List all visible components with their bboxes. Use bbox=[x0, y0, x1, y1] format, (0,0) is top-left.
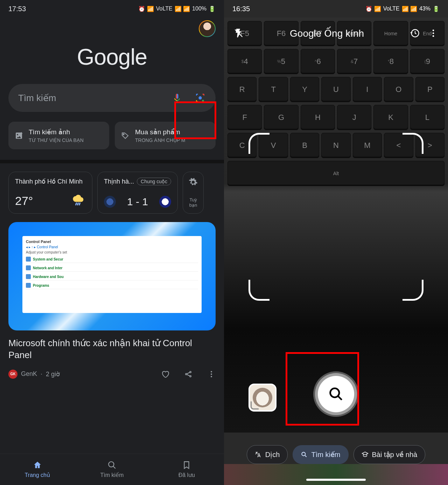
nav-home[interactable]: Trang chủ bbox=[0, 454, 75, 485]
svg-point-14 bbox=[302, 452, 306, 456]
share-icon[interactable] bbox=[184, 370, 192, 378]
keyboard-key: P bbox=[415, 77, 444, 102]
like-icon[interactable] bbox=[161, 370, 169, 378]
keyboard-key: *8 bbox=[373, 49, 408, 74]
chip-shopping[interactable]: Mua sản phẩm TRONG ẢNH CHỤP M bbox=[115, 122, 216, 149]
keyboard-key: $4 bbox=[227, 49, 262, 74]
lens-mode-selector: Dịch Tìm kiếm Bài tập về nhà bbox=[224, 445, 448, 464]
more-icon[interactable] bbox=[207, 370, 216, 378]
google-lens-icon[interactable] bbox=[195, 92, 206, 104]
article-age: 2 giờ bbox=[46, 370, 60, 378]
image-add-icon bbox=[15, 131, 23, 140]
status-time: 17:53 bbox=[8, 5, 26, 13]
translate-icon bbox=[255, 451, 262, 458]
svg-point-10 bbox=[433, 30, 434, 31]
article-title: Microsoft chính thức xác nhận khai tử Co… bbox=[8, 337, 216, 361]
customize-card[interactable]: Tuỳ bạn bbox=[183, 172, 204, 214]
article-source: GenK bbox=[21, 370, 37, 378]
gear-icon bbox=[189, 178, 198, 187]
keyboard-key: R bbox=[227, 77, 257, 102]
team-badge-icon bbox=[159, 196, 171, 208]
gesture-bar[interactable] bbox=[306, 479, 366, 481]
history-icon[interactable] bbox=[410, 28, 420, 38]
keyboard-key: I bbox=[353, 77, 382, 102]
svg-point-1 bbox=[202, 100, 204, 101]
keyboard-key: F bbox=[227, 105, 262, 130]
keyboard-key: (9 bbox=[410, 49, 444, 74]
search-icon bbox=[301, 451, 308, 458]
svg-point-0 bbox=[198, 96, 202, 99]
nav-search[interactable]: Tìm kiếm bbox=[75, 454, 149, 485]
keyboard-key: J bbox=[337, 105, 371, 130]
home-icon bbox=[33, 461, 42, 470]
status-icons: ⏰ 📶 VoLTE 📶 📶 100%🔋 bbox=[138, 6, 216, 12]
mode-search[interactable]: Tìm kiếm bbox=[293, 445, 348, 464]
status-time: 16:35 bbox=[232, 5, 250, 13]
chip-image-search[interactable]: Tìm kiếm ảnh TỪ THƯ VIỆN CỦA BẠN bbox=[8, 122, 109, 149]
team-badge-icon bbox=[104, 196, 116, 208]
keyboard-key: K bbox=[373, 105, 408, 130]
nav-saved[interactable]: Đã lưu bbox=[149, 454, 224, 485]
google-lens-panel: 16:35 ⏰ 📶 VoLTE 📶 📶 43%🔋 F5F6F7PrtScnHom… bbox=[224, 0, 448, 485]
svg-point-5 bbox=[190, 376, 191, 377]
homework-icon bbox=[362, 451, 369, 458]
svg-point-3 bbox=[186, 373, 187, 375]
google-logo: Google bbox=[0, 44, 224, 70]
svg-point-12 bbox=[433, 35, 434, 37]
decorative-surface bbox=[224, 464, 448, 485]
keyboard-key: L bbox=[410, 105, 444, 130]
profile-avatar[interactable] bbox=[199, 20, 216, 37]
status-bar: 16:35 ⏰ 📶 VoLTE 📶 📶 43%🔋 bbox=[224, 0, 448, 17]
viewfinder-frame bbox=[248, 133, 424, 301]
weather-card[interactable]: Thành phố Hồ Chí Minh 27° bbox=[8, 172, 92, 214]
shutter-button[interactable] bbox=[315, 373, 357, 415]
svg-point-6 bbox=[211, 371, 212, 372]
svg-point-13 bbox=[330, 388, 340, 398]
status-bar: 17:53 ⏰ 📶 VoLTE 📶 📶 100%🔋 bbox=[0, 0, 224, 17]
svg-point-7 bbox=[211, 373, 212, 375]
google-app-panel: 17:53 ⏰ 📶 VoLTE 📶 📶 100%🔋 Google Tìm kiế… bbox=[0, 0, 224, 485]
search-bar[interactable]: Tìm kiếm bbox=[8, 84, 216, 112]
tag-icon bbox=[121, 131, 130, 140]
news-article[interactable]: Control Panel ◂ ▸ ↑ ▸ Control Panel Adju… bbox=[0, 222, 224, 379]
gallery-thumbnail[interactable] bbox=[248, 384, 276, 412]
flash-off-icon[interactable] bbox=[234, 28, 244, 38]
keyboard-key: T bbox=[259, 77, 288, 102]
keyboard-key: &7 bbox=[337, 49, 371, 74]
keyboard-key: Y bbox=[290, 77, 319, 102]
keyboard-key: U bbox=[321, 77, 350, 102]
sports-card[interactable]: Thịnh hà... Chung cuộc 1 - 1 bbox=[97, 172, 178, 214]
source-logo-icon: GK bbox=[8, 370, 18, 379]
keyboard-key: ^6 bbox=[301, 49, 335, 74]
voice-search-icon[interactable] bbox=[172, 93, 182, 103]
bottom-nav: Trang chủ Tìm kiếm Đã lưu bbox=[0, 454, 224, 485]
status-icons: ⏰ 📶 VoLTE 📶 📶 43%🔋 bbox=[365, 6, 440, 12]
svg-point-8 bbox=[211, 376, 212, 377]
weather-rain-icon bbox=[72, 194, 86, 208]
keyboard-key: G bbox=[264, 105, 298, 130]
bookmark-icon bbox=[182, 461, 191, 470]
lens-title: Google Ống kính bbox=[244, 28, 410, 39]
keyboard-key: O bbox=[384, 77, 413, 102]
svg-point-4 bbox=[190, 371, 191, 373]
section-divider bbox=[0, 160, 224, 163]
svg-point-11 bbox=[433, 33, 434, 34]
svg-point-9 bbox=[108, 462, 114, 467]
mode-translate[interactable]: Dịch bbox=[247, 445, 288, 464]
keyboard-key: H bbox=[301, 105, 335, 130]
svg-point-2 bbox=[123, 134, 124, 135]
search-placeholder: Tìm kiếm bbox=[18, 93, 172, 104]
more-icon[interactable] bbox=[428, 28, 438, 38]
search-icon bbox=[107, 461, 117, 470]
article-image: Control Panel ◂ ▸ ↑ ▸ Control Panel Adju… bbox=[8, 222, 216, 330]
mode-homework[interactable]: Bài tập về nhà bbox=[354, 445, 426, 464]
keyboard-key: %5 bbox=[264, 49, 298, 74]
